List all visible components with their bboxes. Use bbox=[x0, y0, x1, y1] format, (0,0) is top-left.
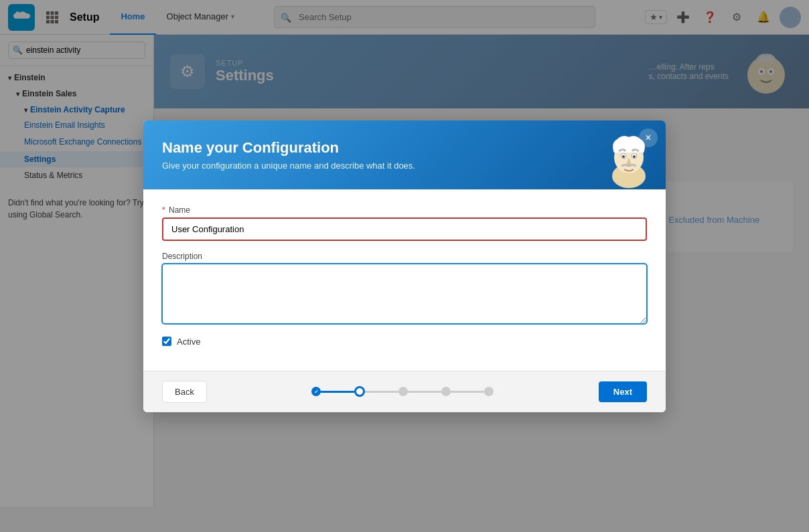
back-button[interactable]: Back bbox=[162, 381, 207, 403]
name-input-wrapper bbox=[162, 217, 647, 241]
modal-subtitle: Give your configuration a unique name an… bbox=[162, 161, 599, 171]
description-label: Description bbox=[162, 252, 647, 261]
description-form-group: Description bbox=[162, 252, 647, 326]
active-checkbox[interactable] bbox=[162, 337, 171, 346]
step-line-1 bbox=[321, 391, 354, 393]
step-2 bbox=[354, 386, 365, 397]
svg-point-21 bbox=[633, 155, 636, 158]
modal-title: Name your Configuration bbox=[162, 139, 599, 157]
name-label: * Name bbox=[162, 205, 647, 215]
modal-footer: Back Next bbox=[143, 371, 666, 412]
step-4 bbox=[441, 387, 451, 396]
name-form-group: * Name bbox=[162, 205, 647, 241]
next-button[interactable]: Next bbox=[599, 381, 647, 402]
step-line-3 bbox=[408, 391, 441, 393]
modal-overlay: Name your Configuration Give your config… bbox=[0, 0, 809, 507]
description-textarea[interactable] bbox=[162, 264, 647, 324]
progress-steps bbox=[207, 386, 599, 397]
step-1 bbox=[311, 387, 321, 396]
active-label: Active bbox=[177, 337, 200, 347]
svg-point-20 bbox=[622, 155, 625, 158]
step-3 bbox=[398, 387, 408, 396]
step-5 bbox=[484, 387, 494, 396]
name-input[interactable] bbox=[163, 219, 646, 240]
modal-body: * Name Description Active bbox=[143, 189, 666, 371]
modal-close-button[interactable]: × bbox=[639, 128, 658, 147]
active-checkbox-row: Active bbox=[162, 337, 647, 347]
configuration-modal: Name your Configuration Give your config… bbox=[143, 120, 666, 412]
step-line-2 bbox=[365, 391, 398, 393]
modal-header: Name your Configuration Give your config… bbox=[143, 120, 666, 189]
step-line-4 bbox=[451, 391, 484, 393]
